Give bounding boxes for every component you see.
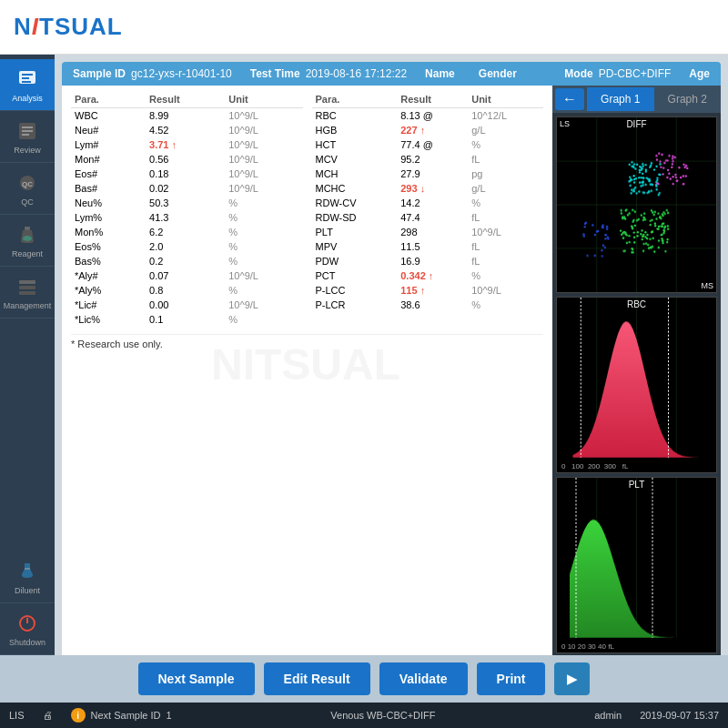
rbc-canvas (557, 298, 716, 472)
research-note: * Research use only. (71, 334, 543, 349)
table-row: HCT77.4 @% (312, 137, 544, 152)
mode-label: Mode (564, 67, 592, 80)
sidebar-item-review[interactable]: Review (0, 111, 55, 163)
table-row: *Lic%0.1% (71, 312, 303, 327)
left-table-body: WBC8.9910^9/LNeu#4.5210^9/LLym#3.71 ↑10^… (71, 108, 303, 328)
table-row: RDW-CV14.2% (312, 196, 544, 210)
gender-field: Gender (479, 67, 517, 80)
plt-x-axis: 0 10 20 30 40 fL (561, 642, 614, 651)
info-icon: i (71, 708, 86, 723)
status-bar: LIS 🖨 i Next Sample ID 1 Venous WB-CBC+D… (0, 703, 728, 728)
sidebar-diluent-label: Diluent (15, 586, 40, 595)
status-user: admin (594, 710, 622, 721)
sidebar-item-diluent[interactable]: Diluent (0, 551, 55, 603)
col-result-right: Result (397, 91, 468, 108)
test-time-field: Test Time 2019-08-16 17:12:22 (250, 67, 407, 80)
table-row: Eos%2.0% (71, 239, 303, 254)
graph-tab-2[interactable]: Graph 2 (654, 87, 722, 111)
top-header: NITSUAL (0, 0, 728, 55)
diff-graph: LS DIFF MS (556, 116, 717, 293)
rbc-graph: RBC 0 100 200 300 fL (556, 297, 717, 473)
table-row: RDW-SD47.4fL (312, 210, 544, 225)
table-row: Neu%50.3% (71, 196, 303, 210)
sample-id-label: Sample ID (73, 67, 126, 80)
sidebar-item-shutdown[interactable]: Shutdown (0, 603, 55, 655)
tables-wrapper: Para. Result Unit WBC8.9910^9/LNeu#4.521… (71, 91, 543, 327)
ms-label: MS (702, 281, 714, 290)
test-time-value: 2019-08-16 17:12:22 (306, 67, 407, 80)
print-button[interactable]: Print (477, 662, 546, 695)
reagent-icon (15, 222, 40, 248)
table-section: Para. Result Unit WBC8.9910^9/LNeu#4.521… (62, 86, 552, 655)
sidebar-item-qc[interactable]: QC QC (0, 163, 55, 215)
svg-rect-2 (22, 77, 29, 79)
bottom-bar: Next Sample Edit Result Validate Print ▶ (0, 655, 728, 703)
status-datetime: 2019-09-07 15:37 (640, 710, 719, 721)
graph-header: ← Graph 1 Graph 2 (552, 86, 721, 113)
qc-icon: QC (15, 170, 40, 196)
validate-button[interactable]: Validate (379, 662, 468, 695)
left-table: Para. Result Unit WBC8.9910^9/LNeu#4.521… (71, 91, 303, 327)
table-row: P-LCR38.6% (312, 298, 544, 312)
table-row: Bas#0.0210^9/L (71, 181, 303, 196)
lis-label: LIS (9, 710, 25, 721)
sidebar-item-management[interactable]: Management (0, 267, 55, 318)
sidebar-review-label: Review (14, 146, 41, 155)
age-label: Age (689, 67, 710, 80)
left-data-table: Para. Result Unit WBC8.9910^9/LNeu#4.521… (71, 91, 303, 327)
sample-id-value: gc12-yxs-r-10401-10 (131, 67, 232, 80)
diluent-icon (15, 559, 40, 584)
main-area: Analysis Review QC (0, 55, 728, 655)
table-row: Neu#4.5210^9/L (71, 123, 303, 137)
name-label: Name (425, 67, 455, 80)
name-field: Name (425, 67, 460, 80)
ls-label: LS (560, 119, 570, 128)
sidebar-qc-label: QC (21, 197, 34, 207)
svg-rect-12 (19, 280, 35, 284)
test-time-label: Test Time (250, 67, 300, 80)
gender-label: Gender (479, 67, 517, 80)
sidebar-bottom: Diluent Shutdown (0, 551, 55, 655)
svg-rect-14 (19, 291, 35, 295)
next-arrow-button[interactable]: ▶ (554, 662, 590, 695)
next-sample-status: i Next Sample ID 1 (71, 708, 172, 723)
table-row: RBC8.13 @10^12/L (312, 108, 544, 124)
svg-text:QC: QC (22, 180, 33, 188)
rbc-title: RBC (627, 299, 646, 309)
table-row: Eos#0.1810^9/L (71, 167, 303, 181)
svg-rect-13 (19, 286, 35, 289)
sidebar-shutdown-label: Shutdown (9, 638, 46, 647)
diff-canvas (557, 117, 716, 292)
table-row: MCH27.9pg (312, 167, 544, 181)
shutdown-icon (15, 611, 40, 636)
sidebar-management-label: Management (4, 301, 52, 310)
sidebar-item-analysis[interactable]: Analysis (0, 59, 55, 111)
right-table: Para. Result Unit RBC8.13 @10^12/LHGB227… (312, 91, 544, 327)
next-sample-id-value: 1 (167, 710, 172, 721)
graph-nav-btn[interactable]: ← (555, 88, 584, 110)
table-row: *Aly#0.0710^9/L (71, 268, 303, 283)
graph-tab-1[interactable]: Graph 1 (587, 87, 654, 111)
age-field: Age (689, 67, 710, 80)
plt-title: PLT (629, 480, 645, 490)
svg-rect-1 (22, 74, 33, 76)
right-data-table: Para. Result Unit RBC8.13 @10^12/LHGB227… (312, 91, 544, 312)
sample-info-bar: Sample ID gc12-yxs-r-10401-10 Test Time … (62, 62, 721, 86)
mode-field: Mode PD-CBC+DIFF (564, 67, 671, 80)
table-row: *Lic#0.0010^9/L (71, 298, 303, 312)
printer-icon: 🖨 (43, 710, 53, 721)
col-unit-left: Unit (225, 91, 302, 108)
right-table-body: RBC8.13 @10^12/LHGB227 ↑g/LHCT77.4 @%MCV… (312, 108, 544, 313)
table-row: MCHC293 ↓g/L (312, 181, 544, 196)
svg-rect-10 (25, 227, 30, 230)
table-row: Bas%0.2% (71, 254, 303, 268)
table-row: HGB227 ↑g/L (312, 123, 544, 137)
results-area: Para. Result Unit WBC8.9910^9/LNeu#4.521… (62, 86, 721, 655)
edit-result-button[interactable]: Edit Result (264, 662, 370, 695)
diff-title: DIFF (626, 119, 646, 129)
col-para-right: Para. (312, 91, 398, 108)
table-row: Mon#0.5610^9/L (71, 152, 303, 167)
sidebar-item-reagent[interactable]: Reagent (0, 215, 55, 267)
next-sample-button[interactable]: Next Sample (138, 662, 255, 695)
sidebar: Analysis Review QC (0, 55, 55, 655)
